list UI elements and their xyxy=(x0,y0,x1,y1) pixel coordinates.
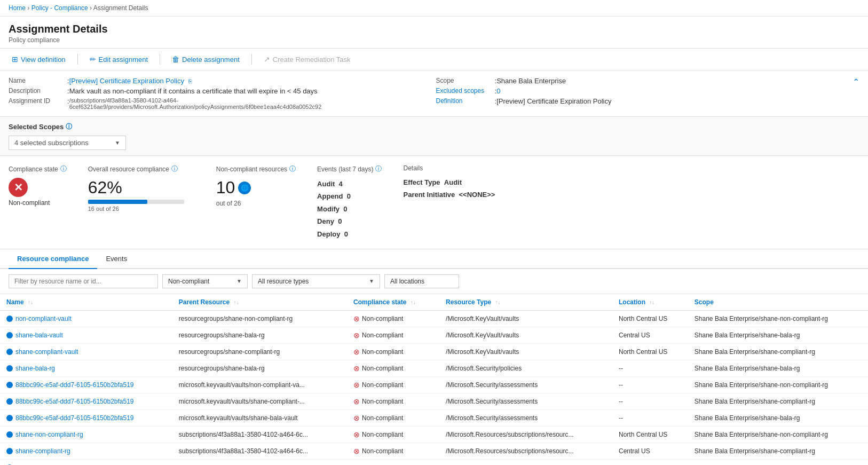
resource-name-link-4[interactable]: 88bbc99c-e5af-ddd7-6105-6150b2bfa519 xyxy=(15,381,134,389)
compliance-state-text-4: Non-compliant xyxy=(362,381,403,389)
cell-location-8: Central US xyxy=(612,443,688,459)
name-value-link[interactable]: [Preview] Certificate Expiration Policy xyxy=(69,77,184,85)
col-resource-type[interactable]: Resource Type ↑↓ xyxy=(439,294,612,311)
tab-events[interactable]: Events xyxy=(97,249,136,269)
cell-compliance-9: ⊗ Non-compliant xyxy=(347,459,439,465)
compliance-state-text-0: Non-compliant xyxy=(362,315,403,322)
cell-parent-7: subscriptions/4f3a88a1-3580-4102-a464-6c… xyxy=(172,426,347,443)
cell-parent-3: resourcegroups/shane-bala-rg xyxy=(172,360,347,376)
create-remediation-button[interactable]: ↗ Create Remediation Task xyxy=(261,53,354,66)
breadcrumb-policy-compliance[interactable]: Policy - Compliance xyxy=(31,4,88,12)
excluded-scopes-value[interactable]: 0 xyxy=(496,87,500,95)
cell-location-3: -- xyxy=(612,360,688,376)
table-row: shane-non-compliant-rg subscriptions/4f3… xyxy=(0,426,868,443)
cell-scope-5: Shane Bala Enterprise/shane-compliant-rg xyxy=(688,393,868,409)
cell-location-2: North Central US xyxy=(612,343,688,360)
table-row: 88bbc99c-e5af-ddd7-6105-6150b2bfa519 mic… xyxy=(0,393,868,409)
copy-icon[interactable]: ⎘ xyxy=(188,78,192,84)
scopes-dropdown-value: 4 selected subscriptions xyxy=(14,139,89,147)
cell-resource-type-7: /Microsoft.Resources/subscriptions/resou… xyxy=(439,426,612,443)
cell-scope-3: Shane Bala Enterprise/shane-bala-rg xyxy=(688,360,868,376)
events-grid: Audit 4 Append 0 Modify 0 Deny 0 Deploy … xyxy=(317,178,382,240)
cell-compliance-8: ⊗ Non-compliant xyxy=(347,443,439,459)
collapse-button[interactable]: ⌃ xyxy=(853,77,859,87)
compliance-state-filter-value: Non-compliant xyxy=(168,278,209,285)
cell-location-0: North Central US xyxy=(612,310,688,327)
name-sort-icon: ↑↓ xyxy=(28,300,33,305)
cell-scope-1: Shane Bala Enterprise/shane-bala-rg xyxy=(688,327,868,343)
compliance-badge-icon-8: ⊗ xyxy=(353,447,360,455)
resource-icon-6 xyxy=(6,415,13,421)
compliance-state-text-5: Non-compliant xyxy=(362,398,403,405)
locations-filter[interactable]: All locations xyxy=(384,274,459,288)
cell-scope-6: Shane Bala Enterprise/shane-bala-rg xyxy=(688,409,868,426)
cell-name-1: shane-bala-vault xyxy=(0,327,172,343)
resource-name-link-7[interactable]: shane-non-compliant-rg xyxy=(15,431,83,438)
col-location[interactable]: Location ↑↓ xyxy=(612,294,688,311)
compliance-state-text-3: Non-compliant xyxy=(362,365,403,372)
events-card: Events (last 7 days) ⓘ Audit 4 Append 0 … xyxy=(317,164,382,240)
cell-scope-8: Shane Bala Enterprise/shane-compliant-rg xyxy=(688,443,868,459)
view-definition-button[interactable]: ⊞ View definition xyxy=(9,53,69,66)
scopes-dropdown[interactable]: 4 selected subscriptions ▼ xyxy=(9,136,126,150)
cell-name-9: shane-bala-rg xyxy=(0,459,172,465)
col-compliance-state[interactable]: Compliance state ↑↓ xyxy=(347,294,439,311)
cell-parent-1: resourcegroups/shane-bala-rg xyxy=(172,327,347,343)
resource-name-link-8[interactable]: shane-compliant-rg xyxy=(15,447,70,455)
edit-assignment-button[interactable]: ✏ Edit assignment xyxy=(86,53,152,66)
cell-scope-9: Shane Bala Enterprise/shane-bala-rg xyxy=(688,459,868,465)
resource-name-link-0[interactable]: non-compliant-vault xyxy=(15,315,72,322)
resource-name-filter[interactable] xyxy=(9,274,158,288)
cell-name-4: 88bbc99c-e5af-ddd7-6105-6150b2bfa519 xyxy=(0,376,172,393)
breadcrumb-home[interactable]: Home xyxy=(9,4,26,12)
resource-name-link-2[interactable]: shane-compliant-vault xyxy=(15,348,78,356)
resource-name-link-5[interactable]: 88bbc99c-e5af-ddd7-6105-6150b2bfa519 xyxy=(15,398,134,405)
col-scope[interactable]: Scope xyxy=(688,294,868,311)
compliance-badge-icon-3: ⊗ xyxy=(353,364,360,373)
compliance-sort-icon: ↑↓ xyxy=(411,300,416,305)
delete-icon: 🗑 xyxy=(172,55,179,64)
description-value: Mark vault as non-compliant if it contai… xyxy=(69,87,318,95)
resource-name-link-1[interactable]: shane-bala-vault xyxy=(15,332,63,339)
scopes-label: Selected Scopes ⓘ xyxy=(9,122,859,131)
cell-location-6: -- xyxy=(612,409,688,426)
cell-name-7: shane-non-compliant-rg xyxy=(0,426,172,443)
scope-row: Scope : Shane Bala Enterprise xyxy=(436,77,853,85)
cell-scope-0: Shane Bala Enterprise/shane-non-complian… xyxy=(688,310,868,327)
scopes-chevron-icon: ▼ xyxy=(115,140,120,146)
cell-resource-type-9: /Microsoft.Resources/subscriptions/resou… xyxy=(439,459,612,465)
parent-initiative-row: Parent Initiative <<NONE>> xyxy=(403,188,495,201)
resource-icon-4 xyxy=(6,382,13,388)
compliance-state-text-1: Non-compliant xyxy=(362,332,403,339)
compliance-badge-icon-5: ⊗ xyxy=(353,397,360,406)
toolbar-divider xyxy=(77,54,78,65)
non-compliant-icon: ✕ xyxy=(9,178,28,197)
delete-assignment-button[interactable]: 🗑 Delete assignment xyxy=(169,53,243,66)
scopes-info-icon: ⓘ xyxy=(66,122,72,131)
compliance-badge-icon-7: ⊗ xyxy=(353,430,360,439)
col-parent-resource[interactable]: Parent Resource ↑↓ xyxy=(172,294,347,311)
tab-resource-compliance[interactable]: Resource compliance xyxy=(9,249,97,269)
resource-types-filter[interactable]: All resource types ▼ xyxy=(252,274,380,288)
cell-compliance-7: ⊗ Non-compliant xyxy=(347,426,439,443)
cell-compliance-0: ⊗ Non-compliant xyxy=(347,310,439,327)
table-row: shane-compliant-rg subscriptions/4f3a88a… xyxy=(0,443,868,459)
compliance-badge-icon-4: ⊗ xyxy=(353,381,360,389)
cell-parent-5: microsoft.keyvault/vaults/shane-complian… xyxy=(172,393,347,409)
resource-name-link-3[interactable]: shane-bala-rg xyxy=(15,365,55,372)
definition-row: Definition : [Preview] Certificate Expir… xyxy=(436,97,853,105)
progress-bar-container xyxy=(88,200,184,204)
compliance-state-filter[interactable]: Non-compliant ▼ xyxy=(162,274,248,288)
non-compliant-count: 10 xyxy=(216,178,235,198)
cell-resource-type-8: /Microsoft.Resources/subscriptions/resou… xyxy=(439,443,612,459)
compliance-badge-icon-6: ⊗ xyxy=(353,414,360,422)
table-row: non-compliant-vault resourcegroups/shane… xyxy=(0,310,868,327)
cell-name-6: 88bbc99c-e5af-ddd7-6105-6150b2bfa519 xyxy=(0,409,172,426)
resource-name-link-6[interactable]: 88bbc99c-e5af-ddd7-6105-6150b2bfa519 xyxy=(15,414,134,422)
col-name[interactable]: Name ↑↓ xyxy=(0,294,172,311)
resource-icon-0 xyxy=(6,316,13,322)
overall-fraction: 16 out of 26 xyxy=(88,206,195,212)
page-subtitle: Policy compliance xyxy=(9,36,859,44)
location-sort-icon: ↑↓ xyxy=(649,300,654,305)
table-row: shane-compliant-vault resourcegroups/sha… xyxy=(0,343,868,360)
